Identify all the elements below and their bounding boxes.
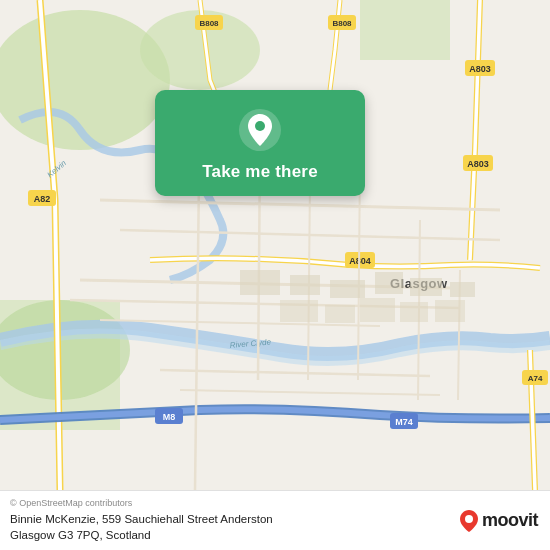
svg-text:B808: B808 [332, 19, 352, 28]
svg-rect-33 [280, 300, 318, 322]
osm-attribution: © OpenStreetMap contributors [10, 498, 450, 508]
svg-point-39 [255, 121, 265, 131]
svg-rect-28 [290, 275, 320, 295]
svg-text:A803: A803 [467, 159, 489, 169]
moovit-logo: moovit [460, 510, 538, 532]
svg-rect-37 [435, 300, 465, 322]
address-text: Binnie McKenzie, 559 Sauchiehall Street … [10, 511, 450, 543]
svg-text:A82: A82 [34, 194, 51, 204]
map-view: River Clyde A82 M8 M74 A804 A803 A803 B8… [0, 0, 550, 490]
svg-rect-5 [360, 0, 450, 60]
svg-rect-35 [360, 298, 395, 322]
moovit-pin-icon [460, 510, 478, 532]
svg-rect-30 [375, 272, 403, 294]
svg-point-40 [465, 515, 473, 523]
svg-text:A74: A74 [528, 374, 543, 383]
svg-text:M8: M8 [163, 412, 176, 422]
svg-text:B808: B808 [199, 19, 219, 28]
svg-rect-27 [240, 270, 280, 295]
svg-text:M74: M74 [395, 417, 413, 427]
location-card[interactable]: Take me there [155, 90, 365, 196]
info-bar: © OpenStreetMap contributors Binnie McKe… [0, 490, 550, 550]
svg-rect-31 [410, 278, 442, 296]
svg-rect-36 [400, 302, 428, 322]
attribution-text: © OpenStreetMap contributors [10, 498, 132, 508]
location-pin-icon [238, 108, 282, 152]
moovit-logo-text: moovit [482, 510, 538, 531]
svg-rect-34 [325, 305, 355, 323]
svg-text:A803: A803 [469, 64, 491, 74]
svg-rect-32 [450, 282, 475, 297]
address-block: © OpenStreetMap contributors Binnie McKe… [10, 498, 450, 543]
svg-rect-29 [330, 280, 365, 298]
take-me-there-button[interactable]: Take me there [202, 162, 318, 182]
